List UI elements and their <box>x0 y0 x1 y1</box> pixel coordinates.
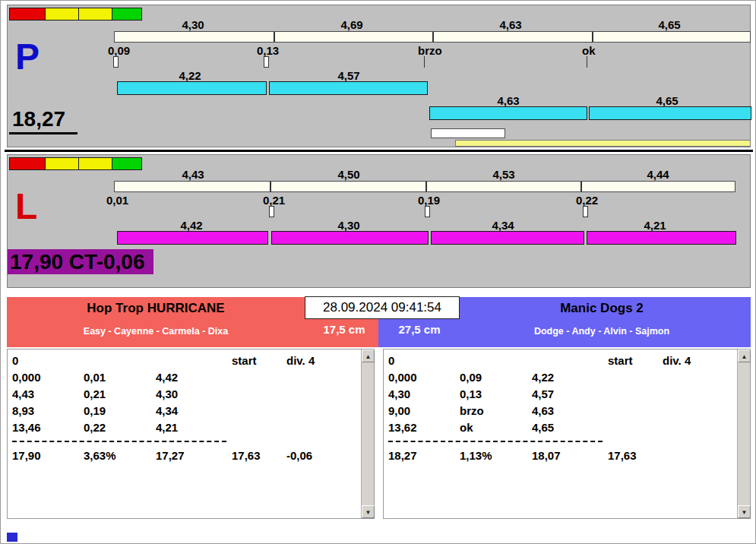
table-row: 9,00 brzo 4,63 <box>384 403 750 419</box>
segment-tick <box>580 182 582 191</box>
table-cell <box>608 386 663 403</box>
lane-time-bar <box>117 81 267 95</box>
team-name: Hop Trop HURRICANE <box>7 301 305 316</box>
lane-time-bar <box>587 231 736 245</box>
split-time: 4,53 <box>473 168 534 181</box>
traffic-light-green <box>112 8 142 21</box>
table-cell: 0 <box>388 353 460 369</box>
split-time: 4,69 <box>321 18 382 31</box>
lane-time-bar <box>431 231 584 245</box>
traffic-light-green <box>112 157 142 170</box>
lane-letter: L <box>15 188 37 225</box>
traffic-light-yellow <box>45 8 79 21</box>
table-cell <box>532 353 608 369</box>
change-time-label: 0,01 <box>106 194 128 207</box>
marker-tick <box>269 206 274 217</box>
change-time-label: 0,19 <box>418 194 440 207</box>
lane-time-bar <box>429 106 587 120</box>
lane-total-time: 18,27 <box>9 107 77 134</box>
marker-tick <box>264 56 269 68</box>
lane-panel-p: 4,30 4,69 4,63 4,65 0,09 0,13 brzo ok P … <box>7 5 751 147</box>
table-cell <box>663 448 720 464</box>
traffic-light-bar <box>9 8 141 21</box>
table-row: 13,62 ok 4,65 <box>384 419 750 436</box>
change-time-label: 0,09 <box>108 44 130 57</box>
table-cell: 0,000 <box>388 369 460 386</box>
traffic-light-yellow <box>78 8 112 21</box>
table-cell: 0,09 <box>460 369 532 386</box>
scroll-down-icon[interactable]: ▼ <box>738 505 751 518</box>
table-cell: 4,30 <box>388 386 460 403</box>
change-time-label: brzo <box>418 44 442 57</box>
table-row: 13,46 0,22 4,21 <box>8 419 374 436</box>
split-scale-bar <box>114 31 751 43</box>
lane-time-label: 4,22 <box>160 69 220 82</box>
table-cell <box>156 353 232 369</box>
table-cell: 18,07 <box>532 448 608 464</box>
jump-height-badge: 17,5 cm <box>309 323 379 336</box>
table-cell: brzo <box>460 403 532 419</box>
dog-names: Easy - Cayenne - Carmela - Dixa <box>7 326 305 337</box>
table-cell: 0,19 <box>84 403 156 419</box>
change-time-label: 0,13 <box>257 44 279 57</box>
change-time-label: 0,22 <box>576 194 598 207</box>
table-cell: 13,62 <box>388 419 460 436</box>
dashed-separator <box>12 441 226 442</box>
table-cell: 0,000 <box>12 369 84 386</box>
table-cell <box>286 386 344 403</box>
yellow-indicator-bar <box>455 140 751 147</box>
lane-time-label: 4,65 <box>637 94 697 107</box>
team-name: Manic Dogs 2 <box>453 301 751 316</box>
table-cell: 0 <box>12 353 84 369</box>
table-cell <box>84 353 156 369</box>
table-scrollbar[interactable]: ▲ ▼ <box>361 349 374 518</box>
lane-time-label: 4,30 <box>318 219 379 232</box>
table-cell: 17,63 <box>232 448 286 464</box>
table-cell: 17,90 <box>12 448 84 464</box>
lane-time-label: 4,57 <box>318 69 379 82</box>
segment-tick <box>274 32 275 42</box>
lane-divider <box>5 150 753 152</box>
table-scrollbar[interactable]: ▲ ▼ <box>737 349 750 518</box>
right-results-table: 0 start div. 4 0,000 0,09 4,22 4,30 0,13 <box>383 349 751 519</box>
jump-height-badge: 27,5 cm <box>384 323 454 336</box>
table-cell: 17,63 <box>608 448 663 464</box>
table-cell: 4,65 <box>532 419 608 436</box>
table-row: 0,000 0,09 4,22 <box>384 369 750 386</box>
table-cell: div. 4 <box>663 353 720 369</box>
table-row: 4,30 0,13 4,57 <box>384 386 750 403</box>
split-scale-bar <box>114 181 735 192</box>
left-results-table: 0 start div. 4 0,000 0,01 4,42 4,43 0,21 <box>7 349 375 519</box>
table-cell: div. 4 <box>286 353 344 369</box>
lane-time-label: 4,21 <box>625 219 685 232</box>
table-cell <box>232 369 286 386</box>
table-cell <box>286 419 344 436</box>
white-indicator-bar <box>431 128 505 138</box>
table-cell <box>663 369 720 386</box>
marker-tick <box>583 206 588 217</box>
segment-tick <box>425 182 427 191</box>
table-cell: start <box>232 353 286 369</box>
change-time-label: ok <box>582 44 596 57</box>
table-cell <box>663 403 720 419</box>
table-cell: 0,13 <box>460 386 532 403</box>
table-rows: 0,000 0,01 4,42 4,43 0,21 4,30 8,93 <box>8 369 374 436</box>
scroll-down-icon[interactable]: ▼ <box>362 505 375 518</box>
timestamp: 28.09.2024 09:41:54 <box>305 296 460 319</box>
table-cell: 4,63 <box>532 403 608 419</box>
bottom-left-marker <box>7 533 17 542</box>
traffic-light-red <box>9 8 46 21</box>
table-cell <box>286 403 344 419</box>
table-cell <box>232 386 286 403</box>
lane-panel-l: 4,43 4,50 4,53 4,44 0,01 0,21 0,19 0,22 … <box>7 154 751 288</box>
scroll-up-icon[interactable]: ▲ <box>362 349 375 362</box>
traffic-light-yellow <box>45 157 79 170</box>
table-rows: 0,000 0,09 4,22 4,30 0,13 4,57 9,00 <box>384 369 750 436</box>
table-cell <box>232 419 286 436</box>
segment-tick <box>432 32 434 42</box>
traffic-light-bar <box>9 157 141 170</box>
lane-time-bar <box>117 231 268 245</box>
table-cell <box>608 403 663 419</box>
table-cell: 4,30 <box>156 386 232 403</box>
scroll-up-icon[interactable]: ▲ <box>738 349 751 362</box>
